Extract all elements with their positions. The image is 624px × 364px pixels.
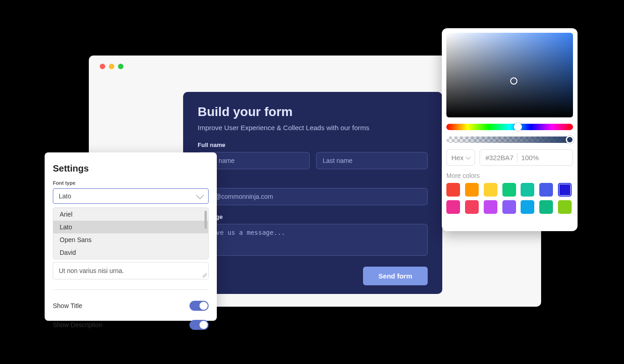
email-label: Email	[198, 177, 428, 184]
message-input[interactable]	[198, 224, 428, 256]
color-swatch[interactable]	[484, 183, 497, 197]
show-description-toggle[interactable]	[189, 320, 209, 330]
send-form-button[interactable]: Send form	[363, 267, 428, 285]
settings-title: Settings	[53, 163, 209, 174]
color-swatch[interactable]	[539, 200, 553, 214]
show-title-toggle[interactable]	[189, 301, 209, 311]
email-input[interactable]	[198, 188, 428, 205]
font-dropdown: Ariel Lato Open Sans David	[53, 207, 209, 259]
font-type-value: Lato	[59, 192, 71, 200]
show-description-label: Show Description	[53, 321, 102, 329]
hue-slider[interactable]	[446, 124, 573, 130]
color-swatch[interactable]	[465, 183, 479, 197]
font-option-ariel[interactable]: Ariel	[53, 208, 208, 221]
color-format-value: Hex	[451, 154, 464, 162]
color-swatch[interactable]	[502, 183, 516, 197]
color-format-select[interactable]: Hex	[446, 149, 475, 166]
traffic-light-maximize[interactable]	[118, 64, 123, 69]
more-colors-label: More colors	[446, 172, 573, 179]
color-swatch[interactable]	[446, 200, 460, 214]
opacity-value: 100%	[521, 154, 538, 162]
lorem-textarea[interactable]: Ut non varius nisi urna.	[53, 262, 209, 279]
divider	[53, 289, 209, 290]
chevron-down-icon	[465, 154, 471, 159]
font-type-select[interactable]: Lato	[53, 188, 209, 204]
hex-value: #322BA7	[486, 154, 514, 162]
message-label: Message	[198, 213, 428, 220]
color-swatch[interactable]	[558, 183, 572, 197]
color-swatch[interactable]	[465, 200, 479, 214]
alpha-slider[interactable]	[446, 136, 573, 143]
last-name-input[interactable]	[316, 152, 428, 169]
full-name-label: Full name	[198, 142, 428, 148]
gradient-handle[interactable]	[510, 77, 517, 85]
resize-handle-icon[interactable]	[202, 273, 207, 278]
dropdown-scrollbar[interactable]	[205, 211, 207, 229]
color-swatch[interactable]	[521, 183, 534, 197]
color-swatch[interactable]	[502, 200, 516, 214]
font-option-open-sans[interactable]: Open Sans	[53, 233, 208, 246]
chevron-down-icon	[196, 192, 204, 199]
hue-handle[interactable]	[514, 123, 522, 131]
form-title: Build your form	[198, 105, 428, 119]
hex-input[interactable]: #322BA7 100%	[480, 149, 573, 166]
traffic-light-close[interactable]	[100, 64, 105, 69]
color-picker-panel: Hex #322BA7 100% More colors	[442, 28, 578, 231]
show-title-label: Show Title	[53, 302, 82, 309]
saturation-lightness-picker[interactable]	[446, 33, 573, 117]
settings-panel: Settings Font type Lato Ariel Lato Open …	[45, 152, 217, 321]
color-swatch-grid	[446, 183, 573, 214]
color-swatch[interactable]	[539, 183, 553, 197]
alpha-handle[interactable]	[566, 136, 574, 144]
form-panel: Build your form Improve User Experience …	[183, 92, 442, 294]
font-option-lato[interactable]: Lato	[53, 221, 208, 233]
font-option-david[interactable]: David	[53, 246, 208, 259]
color-swatch[interactable]	[484, 200, 497, 214]
color-swatch[interactable]	[521, 200, 534, 214]
font-type-label: Font type	[53, 180, 209, 186]
form-subtitle: Improve User Experience & Collect Leads …	[198, 124, 428, 131]
color-swatch[interactable]	[558, 200, 572, 214]
divider	[517, 153, 517, 162]
traffic-light-minimize[interactable]	[109, 64, 114, 69]
color-swatch[interactable]	[446, 183, 460, 197]
